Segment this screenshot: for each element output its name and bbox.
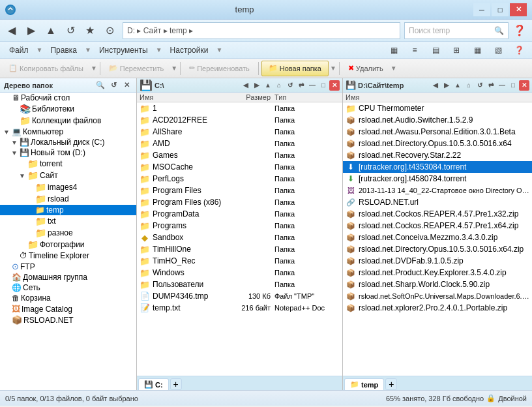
help-btn[interactable]: ❓ (510, 41, 528, 59)
right-file-item-screenshot[interactable]: 🖼 2013-11-13 14_40_22-Стартовое окно Dir… (343, 185, 532, 196)
tree-item-foto[interactable]: 📁 Фотографии (0, 239, 136, 250)
file-item-pd[interactable]: 📁 ProgramData Папка (137, 208, 342, 220)
right-add-tab-button[interactable]: + (385, 378, 397, 390)
right-file-item-reaper64[interactable]: 📦 rsload.net.Cockos.REAPER.4.57.Pre1.x64… (343, 220, 532, 232)
tree-refresh-icon[interactable]: ↺ (108, 80, 119, 91)
right-file-item-url[interactable]: 🔗 RSLOAD.NET.url (343, 196, 532, 208)
right-panel-close[interactable]: ✕ (519, 80, 529, 91)
left-panel-back[interactable]: ◀ (241, 80, 251, 91)
right-panel-home[interactable]: ⌂ (464, 80, 474, 91)
file-item-sandbox[interactable]: ◆ Sandbox Папка (137, 232, 342, 243)
file-item-pf[interactable]: 📁 Program Files Папка (137, 185, 342, 196)
right-file-item-worldclock[interactable]: 📦 rsload.net.Sharp.World.Clock.5.90.zip (343, 279, 532, 290)
forward-button[interactable]: ▶ (22, 22, 40, 40)
minimize-button[interactable]: ─ (473, 3, 490, 16)
menu-edit[interactable]: Правка (45, 44, 82, 56)
left-tab-c[interactable]: 💾 C: (138, 378, 169, 390)
right-file-item-recovery[interactable]: 📦 rsload.net.Recovery.Star.2.22 (343, 149, 532, 161)
col-name-header[interactable]: Имя (140, 93, 229, 101)
right-file-item-conceiva[interactable]: 📦 rsload.net.Conceiva.Mezzmo.3.4.3.0.zip (343, 232, 532, 243)
file-item-msocache[interactable]: 📁 MSOCache Папка (137, 161, 342, 173)
tree-item-images4[interactable]: 📁 images4 (0, 181, 136, 193)
refresh-button[interactable]: ↺ (61, 22, 80, 40)
left-panel-max[interactable]: □ (318, 80, 329, 91)
right-tab-temp[interactable]: 📁 temp (344, 378, 384, 390)
left-panel-forward[interactable]: ▶ (252, 80, 262, 91)
tree-close-icon[interactable]: ✕ (121, 80, 132, 91)
col-name-header[interactable]: Имя (346, 93, 529, 101)
tree-item-ftp[interactable]: ⊙ FTP (0, 261, 136, 272)
right-file-item-awasu[interactable]: 📦 rsload.net.Awasu.Personal.Edition.3.0.… (343, 126, 532, 138)
tree-item-raznoye[interactable]: 📁 разное (0, 227, 136, 239)
copy-button[interactable]: 📋 Копировать файлы (3, 61, 89, 76)
left-panel-sync[interactable]: ⇄ (296, 80, 306, 91)
right-panel-back[interactable]: ◀ (430, 80, 441, 91)
search-box[interactable]: Поиск temp 🔍 (404, 22, 509, 39)
right-panel-up[interactable]: ▲ (452, 80, 463, 91)
new-folder-button[interactable]: 📁 Новая папка (261, 61, 329, 76)
right-panel-refresh[interactable]: ↺ (475, 80, 485, 91)
right-file-item-dvdfab[interactable]: 📦 rsload.net.DVDFab.9.1.0.5.zip (343, 255, 532, 267)
left-panel-home[interactable]: ⌂ (274, 80, 284, 91)
right-file-item-keyexplorer[interactable]: 📦 rsload.net.Product.Key.Explorer.3.5.4.… (343, 267, 532, 279)
right-file-item-dopus2[interactable]: 📦 rsload.net.Directory.Opus.10.5.3.0.501… (343, 243, 532, 255)
file-item-perflogs[interactable]: 📁 PerfLogs Папка (137, 173, 342, 185)
right-panel-max[interactable]: □ (508, 80, 518, 91)
file-item-games[interactable]: 📁 Games Папка (137, 149, 342, 161)
tree-item-rsload[interactable]: 📁 rsload (0, 193, 136, 205)
right-file-item-dopus1[interactable]: 📦 rsload.net.Directory.Opus.10.5.3.0.501… (343, 138, 532, 149)
file-item-timhorec[interactable]: 📁 TimHO_Rec Папка (137, 255, 342, 267)
tree-item-timeline[interactable]: ⏱ Timeline Explorer (0, 250, 136, 261)
file-item-windows[interactable]: 📁 Windows Папка (137, 267, 342, 279)
history-button[interactable]: ⊙ (100, 22, 119, 40)
file-item-dump[interactable]: 📄 DUMP4346.tmp 130 Кб Файл "TMP" (137, 290, 342, 302)
file-item-pfx86[interactable]: 📁 Program Files (x86) Папка (137, 196, 342, 208)
right-file-item-xplorer[interactable]: 📦 rsload.net.xplorer2.Pro.2.4.0.1.Portab… (343, 302, 532, 314)
file-item-timhillone[interactable]: 📁 TimHillOne Папка (137, 243, 342, 255)
tree-item-homegroup[interactable]: 🏠 Домашняя группа (0, 272, 136, 282)
tree-item-txt[interactable]: 📁 txt (0, 215, 136, 227)
right-file-item-torrent2[interactable]: ⬇ [rutracker.org].t4580784.torrent (343, 173, 532, 185)
close-button[interactable]: ✕ (510, 3, 527, 16)
file-item-1[interactable]: 📁 1 Папка (137, 102, 342, 114)
right-panel-min[interactable]: — (497, 80, 507, 91)
tree-item-temp[interactable]: 📁 temp (0, 205, 136, 215)
right-panel-sync[interactable]: ⇄ (486, 80, 496, 91)
file-item-programs[interactable]: 📁 Programs Папка (137, 220, 342, 232)
up-button[interactable]: ▲ (42, 22, 60, 40)
view-btn-1[interactable]: ▦ (385, 41, 403, 59)
tree-item-computer[interactable]: ▼ 💻 Компьютер (0, 127, 136, 137)
rename-button[interactable]: ✏ Переименовать (183, 61, 256, 76)
address-bar[interactable]: D: ▸ Сайт ▸ temp ▸ (123, 22, 400, 39)
right-file-item-reaper32[interactable]: 📦 rsload.net.Cockos.REAPER.4.57.Pre1.x32… (343, 208, 532, 220)
tree-item-net[interactable]: 🌐 Сеть (0, 282, 136, 293)
menu-file[interactable]: Файл (4, 44, 34, 56)
view-btn-2[interactable]: ≡ (406, 41, 424, 59)
menu-settings[interactable]: Настройки (165, 44, 214, 56)
delete-button[interactable]: ✖ Удалить (342, 61, 389, 76)
left-panel-min[interactable]: — (307, 80, 318, 91)
view-btn-3[interactable]: ▤ (426, 41, 445, 59)
right-file-item-torrent1[interactable]: ⬇ [rutracker.org].t4353084.torrent (343, 161, 532, 173)
tree-item-desktop[interactable]: 🖥 Рабочий стол (0, 93, 136, 103)
right-file-item-mapsdownloader[interactable]: 📦 rsload.net.SoftOnPc.Universal.Maps.Dow… (343, 290, 532, 302)
tree-item-imagecatalog[interactable]: 🖼 Image Catalog (0, 303, 136, 314)
tree-item-d[interactable]: ▼ 💾 Новый том (D:) (0, 147, 136, 158)
file-item-users[interactable]: 📁 Пользователи Папка (137, 279, 342, 290)
menu-tools[interactable]: Инструменты (94, 44, 153, 56)
left-panel-up[interactable]: ▲ (263, 80, 273, 91)
add-tab-button[interactable]: + (170, 378, 182, 390)
tree-item-filecollections[interactable]: 📁 Коллекции файлов (0, 115, 136, 127)
view-btn-6[interactable]: ▧ (489, 41, 507, 59)
left-panel-refresh[interactable]: ↺ (285, 80, 295, 91)
tree-item-recycle[interactable]: 🗑 Корзина (0, 293, 136, 303)
tree-item-rsloadnet[interactable]: 📦 RSLOAD.NET (0, 314, 136, 325)
col-type-header[interactable]: Тип (274, 93, 340, 101)
view-btn-4[interactable]: ⊞ (447, 41, 466, 59)
move-button[interactable]: 📂 Переместить (103, 61, 170, 76)
back-button[interactable]: ◀ (3, 22, 21, 40)
left-panel-close[interactable]: ✕ (329, 80, 340, 91)
right-file-item-audio[interactable]: 📦 rsload.net.Audio.Switcher.1.5.2.9 (343, 114, 532, 126)
help-button[interactable]: ❓ (510, 22, 529, 40)
file-item-amd[interactable]: 📁 AMD Папка (137, 138, 342, 149)
